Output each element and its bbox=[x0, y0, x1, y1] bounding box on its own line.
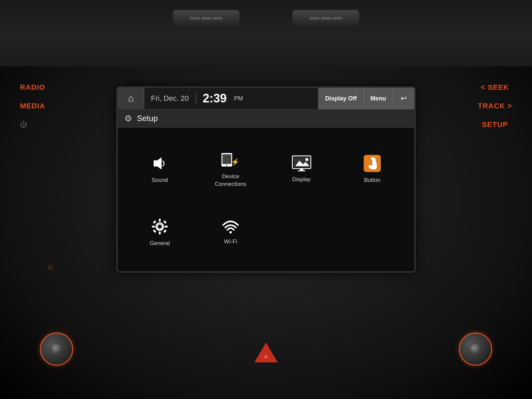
hazard-button[interactable]: ▲ bbox=[254, 342, 278, 362]
device-connections-icon: ⚡ bbox=[221, 151, 241, 169]
svg-point-8 bbox=[305, 158, 308, 161]
display-off-button[interactable]: Display Off bbox=[318, 88, 363, 109]
svg-rect-19 bbox=[163, 220, 167, 224]
general-menu-item[interactable]: General bbox=[124, 201, 195, 264]
svg-point-13 bbox=[157, 224, 162, 229]
display-menu-item[interactable]: Display bbox=[266, 138, 337, 201]
svg-rect-18 bbox=[153, 220, 156, 224]
sound-menu-item[interactable]: Sound bbox=[124, 138, 195, 201]
seek-left-button[interactable]: < SEEK bbox=[478, 83, 512, 92]
general-label: General bbox=[150, 240, 170, 247]
button-menu-item[interactable]: Button bbox=[337, 138, 408, 201]
wifi-menu-item[interactable]: Wi-Fi bbox=[195, 201, 266, 264]
svg-marker-0 bbox=[154, 158, 162, 170]
setup-title: Setup bbox=[137, 114, 158, 123]
right-vent bbox=[293, 10, 359, 27]
left-side-buttons: RADIO MEDIA ☆ ⏻ bbox=[20, 83, 45, 129]
device-connections-menu-item[interactable]: ⚡ DeviceConnections bbox=[195, 138, 266, 201]
button-touch-icon bbox=[363, 154, 381, 173]
general-gear-icon bbox=[151, 217, 169, 236]
track-button[interactable]: TRACK > bbox=[478, 102, 512, 110]
header-bar: ⌂ Fri, Dec. 20 2:39 PM Display Off Menu … bbox=[118, 88, 414, 109]
svg-rect-10 bbox=[298, 170, 305, 171]
date-display: Fri, Dec. 20 bbox=[151, 94, 189, 103]
svg-rect-16 bbox=[152, 226, 155, 228]
setup-bar: ⚙ Setup bbox=[118, 109, 414, 128]
power-button[interactable]: ⏻ bbox=[20, 120, 45, 129]
setup-button[interactable]: SETUP bbox=[478, 120, 512, 129]
setup-gear-icon: ⚙ bbox=[124, 113, 132, 124]
svg-rect-9 bbox=[300, 169, 303, 170]
svg-text:⚡: ⚡ bbox=[231, 158, 240, 166]
left-vent bbox=[173, 10, 239, 27]
right-knob[interactable] bbox=[459, 332, 492, 366]
car-panel: RADIO MEDIA ☆ ⏻ < SEEK TRACK > SETUP ⌂ F… bbox=[0, 0, 532, 399]
top-panel bbox=[0, 0, 532, 66]
ampm-display: PM bbox=[234, 95, 243, 102]
svg-rect-15 bbox=[159, 232, 161, 235]
svg-rect-20 bbox=[153, 230, 156, 233]
display-icon bbox=[292, 155, 312, 172]
wifi-label: Wi-Fi bbox=[224, 238, 237, 245]
radio-button[interactable]: RADIO bbox=[20, 83, 45, 92]
svg-point-3 bbox=[226, 165, 227, 166]
date-time-area: Fri, Dec. 20 2:39 PM bbox=[144, 91, 318, 105]
back-button[interactable]: ↩ bbox=[393, 88, 414, 109]
menu-button[interactable]: Menu bbox=[363, 88, 393, 109]
button-label: Button bbox=[364, 177, 380, 184]
svg-rect-17 bbox=[165, 226, 168, 228]
main-screen: ⌂ Fri, Dec. 20 2:39 PM Display Off Menu … bbox=[116, 86, 416, 273]
svg-rect-2 bbox=[222, 154, 231, 164]
display-label: Display bbox=[292, 176, 311, 183]
home-icon: ⌂ bbox=[128, 93, 134, 104]
left-knob[interactable] bbox=[40, 332, 73, 366]
sound-label: Sound bbox=[152, 177, 168, 184]
svg-point-12 bbox=[371, 158, 373, 160]
home-button[interactable]: ⌂ bbox=[118, 88, 144, 109]
sound-icon bbox=[151, 154, 169, 173]
svg-rect-21 bbox=[163, 230, 167, 233]
device-connections-label: DeviceConnections bbox=[215, 173, 246, 188]
svg-rect-14 bbox=[159, 219, 161, 222]
menu-grid: Sound ⚡ DeviceConnections bbox=[118, 128, 414, 273]
right-side-buttons: < SEEK TRACK > SETUP bbox=[478, 83, 512, 129]
favorite-button[interactable]: ☆ bbox=[47, 263, 54, 272]
media-button[interactable]: MEDIA bbox=[20, 102, 45, 110]
header-actions: Display Off Menu ↩ bbox=[318, 88, 414, 109]
wifi-signal-icon bbox=[221, 219, 240, 234]
time-divider bbox=[196, 93, 196, 103]
svg-point-22 bbox=[229, 231, 232, 233]
time-display: 2:39 bbox=[203, 91, 227, 105]
